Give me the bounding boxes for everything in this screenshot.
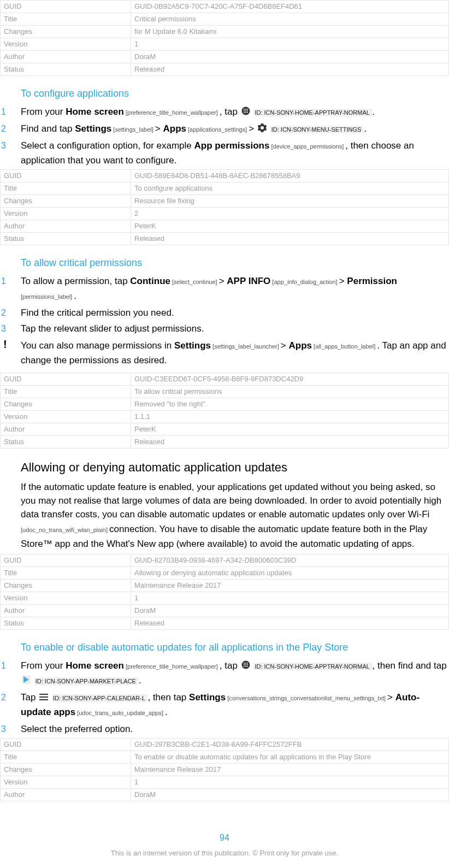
meta-table-configure-applications: GUIDGUID-589E64D8-DB51-448B-8AEC-B286785… — [0, 169, 449, 245]
meta-key: Title — [1, 386, 131, 398]
ui-term: Apps — [163, 123, 186, 134]
step-number: 3 — [1, 139, 6, 152]
meta-val: GUID-589E64D8-DB51-448B-8AEC-B28678558BA… — [131, 170, 449, 182]
t: . — [74, 291, 76, 301]
icon-id-label: ID: ICN-SONY-HOME-APPTRAY-NORMAL — [253, 663, 372, 670]
meta-val: GUID-C3EEDD67-0CF5-4958-B6F9-9FD873DC42D… — [131, 373, 449, 386]
section-title-auto-updates: Allowing or denying automatic applicatio… — [21, 460, 449, 475]
step-number: 1 — [1, 274, 6, 288]
meta-val: Maintenance Release 2017 — [131, 580, 449, 592]
svg-point-12 — [245, 663, 246, 664]
resource-id: [app_info_dialog_action] — [270, 279, 339, 285]
step-text: Find the critical permission you need. — [21, 308, 174, 318]
resource-id: [settings_label] — [111, 126, 155, 133]
meta-key: Title — [1, 182, 131, 195]
play-store-icon — [22, 674, 31, 688]
section-body: If the automatic update feature is enabl… — [0, 480, 449, 551]
meta-val: 1 — [131, 776, 449, 789]
t: > — [281, 340, 289, 351]
svg-point-18 — [245, 666, 246, 667]
meta-key: GUID — [1, 739, 131, 751]
step-number: 2 — [1, 690, 6, 704]
svg-point-13 — [247, 663, 248, 664]
meta-table-play-store-updates: GUIDGUID-297B3CBB-C2E1-4D38-8A99-F4FFC25… — [0, 738, 449, 801]
footer-note: This is an internet version of this publ… — [0, 849, 449, 857]
t: , then find and tap — [373, 660, 447, 671]
meta-key: Changes — [1, 398, 131, 411]
t: From your — [21, 107, 66, 117]
meta-val: 1 — [131, 592, 449, 605]
svg-point-3 — [247, 109, 248, 110]
meta-key: Changes — [1, 26, 131, 38]
meta-val: Allowing or denying automatic applicatio… — [131, 567, 449, 580]
meta-val: for M Update 6.0 Kitakami — [131, 26, 449, 38]
t: > — [155, 123, 163, 134]
meta-key: Author — [1, 789, 131, 801]
resource-id: [preference_title_home_wallpaper] — [124, 663, 220, 670]
ui-term: Apps — [289, 340, 312, 351]
t: > — [219, 276, 227, 286]
gear-icon — [258, 122, 267, 136]
meta-key: Changes — [1, 195, 131, 208]
meta-val: 1.1.1 — [131, 411, 449, 423]
meta-val: GUID-0B92A5C9-70C7-420C-A75F-D4D6B6EF4D6… — [131, 1, 449, 13]
t: . — [139, 675, 141, 686]
ui-term: Continue — [130, 276, 170, 286]
meta-key: Version — [1, 208, 131, 220]
meta-key: GUID — [1, 373, 131, 386]
step-number: 2 — [1, 122, 6, 135]
resource-id: [settings_label_launcher] — [211, 343, 281, 350]
resource-id: [applications_settings] — [186, 126, 249, 133]
meta-key: Changes — [1, 580, 131, 592]
ui-term: Settings — [75, 123, 111, 134]
t: > — [387, 692, 395, 702]
meta-table-critical-permissions: GUIDGUID-0B92A5C9-70C7-420C-A75F-D4D6B6E… — [0, 0, 449, 76]
svg-point-15 — [245, 664, 246, 665]
t: Select a configuration option, for examp… — [21, 140, 194, 151]
meta-key: Version — [1, 411, 131, 423]
resource-id: [preference_title_home_wallpaper] — [124, 109, 220, 116]
svg-point-9 — [247, 112, 248, 113]
t: Find and tap — [21, 123, 75, 134]
icon-id-label: ID: ICN-SONY-MENU-SETTINGS — [270, 126, 364, 133]
svg-point-11 — [244, 663, 245, 664]
meta-val: DoraM — [131, 51, 449, 63]
step-item: 1 From your Home screen [preference_titl… — [0, 105, 449, 120]
step-item: 3Tap the relevant slider to adjust permi… — [0, 322, 449, 335]
meta-key: Author — [1, 51, 131, 63]
resource-id: [select_continue] — [170, 279, 219, 285]
meta-val: Released — [131, 436, 449, 448]
t: , then tap — [147, 692, 189, 702]
t: . — [364, 123, 367, 134]
step-text: Select a configuration option, for examp… — [21, 140, 414, 166]
document-page: GUIDGUID-0B92A5C9-70C7-420C-A75F-D4D6B6E… — [0, 0, 449, 868]
t: , tap — [220, 660, 240, 671]
t: . — [165, 707, 168, 717]
icon-id-label: ID: ICN-SONY-APP-MARKET-PLACE — [34, 677, 139, 685]
meta-val: DoraM — [131, 789, 449, 801]
step-item: 3 Select a configuration option, for exa… — [0, 139, 449, 167]
meta-val: GUID-297B3CBB-C2E1-4D38-8A99-F4FFC2572FF… — [131, 739, 449, 751]
svg-point-5 — [245, 110, 246, 111]
apptray-icon — [241, 659, 250, 673]
steps-allow-critical-permissions: 1 To allow a permission, tap Continue [s… — [0, 274, 449, 335]
svg-point-16 — [247, 664, 248, 665]
step-text: Find and tap Settings [settings_label] >… — [21, 123, 367, 134]
svg-point-7 — [244, 112, 245, 113]
step-text: From your Home screen [preference_title_… — [21, 107, 375, 117]
meta-key: GUID — [1, 170, 131, 182]
meta-key: GUID — [1, 554, 131, 567]
step-number: 3 — [1, 722, 6, 736]
t: To allow a permission, tap — [21, 276, 130, 286]
step-item: 1 From your Home screen [preference_titl… — [0, 659, 449, 688]
meta-key: Title — [1, 751, 131, 764]
ui-term: Permission — [347, 276, 397, 286]
meta-val: Resource file fixing — [131, 195, 449, 208]
icon-id-label: ID: ICN-SONY-HOME-APPTRAY-NORMAL — [253, 109, 372, 116]
svg-point-14 — [244, 664, 245, 665]
svg-rect-21 — [39, 694, 48, 695]
svg-point-19 — [247, 666, 248, 667]
apptray-icon — [241, 105, 250, 119]
step-number: 1 — [1, 659, 6, 672]
steps-play-store-updates: 1 From your Home screen [preference_titl… — [0, 659, 449, 736]
